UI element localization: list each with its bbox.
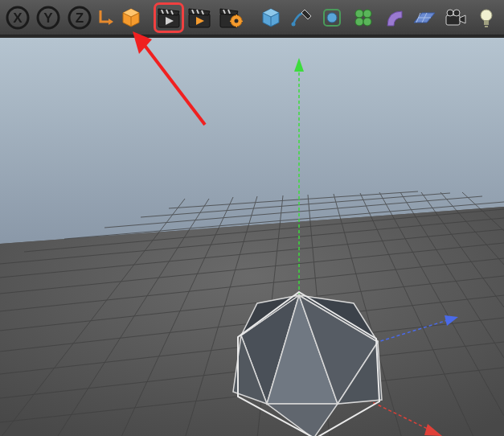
svg-rect-33 <box>484 20 489 25</box>
y-axis-icon: Y <box>35 5 61 31</box>
floor-button[interactable] <box>410 3 439 32</box>
bend-icon <box>383 6 405 29</box>
clapper-gear-icon <box>219 6 243 29</box>
floor-icon <box>412 6 436 29</box>
z-axis-icon: Z <box>67 5 92 31</box>
camera-button[interactable] <box>440 3 469 32</box>
x-axis-icon: X <box>5 5 31 31</box>
z-axis-button[interactable]: Z <box>65 3 94 32</box>
spline-pen-button[interactable] <box>287 3 316 32</box>
3d-viewport[interactable] <box>0 35 504 436</box>
array-icon <box>352 6 375 29</box>
primitive-cube-icon <box>260 6 282 29</box>
primitive-cube-button[interactable] <box>256 3 285 32</box>
svg-text:Y: Y <box>44 10 54 26</box>
svg-text:Z: Z <box>76 10 84 26</box>
svg-point-30 <box>447 10 453 16</box>
svg-text:X: X <box>13 10 23 26</box>
svg-point-31 <box>453 10 460 16</box>
main-toolbar: X Y Z <box>0 0 504 35</box>
svg-point-32 <box>481 10 492 21</box>
viewport-scene <box>0 38 504 436</box>
light-icon <box>476 6 497 29</box>
coord-system-button[interactable] <box>96 3 117 32</box>
camera-icon <box>444 7 468 28</box>
svg-point-18 <box>234 19 238 23</box>
render-region-button[interactable] <box>185 3 214 32</box>
coord-system-icon <box>97 7 115 28</box>
cube-orange-icon <box>121 7 141 28</box>
y-axis-button[interactable]: Y <box>34 3 63 32</box>
subdivision-icon <box>321 6 343 29</box>
render-settings-button[interactable] <box>216 3 245 32</box>
x-axis-button[interactable]: X <box>3 3 32 32</box>
subdivision-button[interactable] <box>318 3 346 32</box>
svg-point-19 <box>291 22 295 26</box>
clapper-play-icon <box>157 6 181 29</box>
clapper-play-orange-icon <box>187 6 211 29</box>
array-button[interactable] <box>348 3 377 32</box>
render-view-button[interactable] <box>154 3 183 32</box>
spline-pen-icon <box>290 6 313 29</box>
svg-point-21 <box>327 13 337 23</box>
make-editable-button[interactable] <box>119 3 144 32</box>
svg-rect-29 <box>446 15 460 25</box>
svg-point-25 <box>363 18 371 26</box>
svg-point-22 <box>355 10 363 18</box>
svg-point-23 <box>363 10 371 18</box>
light-button[interactable] <box>472 3 501 32</box>
svg-point-24 <box>355 18 363 26</box>
bend-button[interactable] <box>379 3 408 32</box>
